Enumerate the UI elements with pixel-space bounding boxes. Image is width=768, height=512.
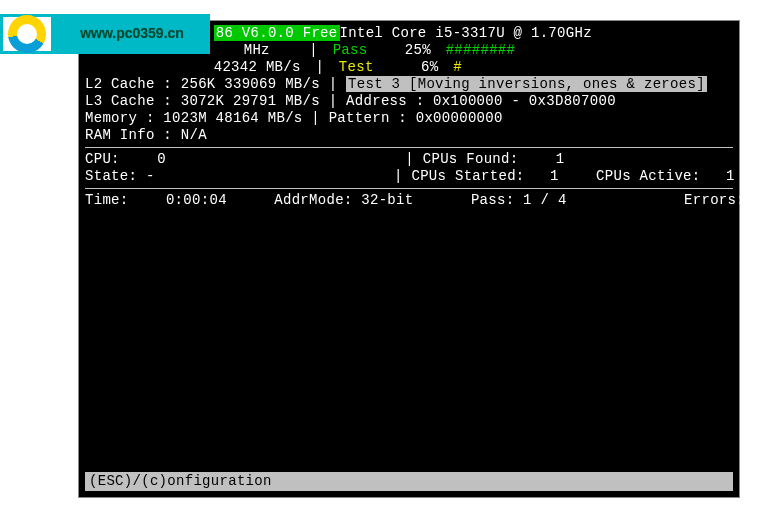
pass-n-val: 1 / 4 bbox=[523, 192, 567, 208]
footer-text: (ESC)/(c)onfiguration bbox=[89, 473, 272, 489]
cpu-label: CPU: bbox=[85, 151, 120, 167]
addrmode-label: AddrMode: bbox=[274, 192, 352, 208]
mhz-label: MHz bbox=[244, 42, 270, 58]
cpus-active-val: 1 bbox=[726, 168, 735, 184]
pass-pct: 25% bbox=[405, 42, 431, 58]
cpus-started-label: CPUs Started: bbox=[411, 168, 524, 184]
test-pct: 6% bbox=[421, 59, 438, 75]
current-test-line: Test 3 [Moving inversions, ones & zeroes… bbox=[346, 76, 707, 92]
ram-info-label: RAM Info bbox=[85, 127, 155, 143]
memtest-terminal: 86 V6.0.0 FreeIntel Core i5-3317U @ 1.70… bbox=[78, 20, 740, 498]
cpus-found-label: CPUs Found: bbox=[423, 151, 519, 167]
l2-cache-row: L2 Cache : 256K 339069 MB/s | Test 3 [Mo… bbox=[85, 76, 733, 93]
test-label: Test bbox=[339, 59, 374, 75]
status-row: Time: 0:00:04 AddrMode: 32-bit Pass: 1 /… bbox=[85, 192, 733, 209]
addrmode-val: 32-bit bbox=[361, 192, 413, 208]
errors-label: Errors: bbox=[684, 192, 745, 208]
time-val: 0:00:04 bbox=[166, 192, 227, 208]
l3-size: 3072K bbox=[181, 93, 225, 109]
pattern-value: 0x00000000 bbox=[416, 110, 503, 126]
state-label: State: bbox=[85, 168, 137, 184]
cpu-model: Intel Core i5-3317U @ 1.70GHz bbox=[340, 25, 592, 41]
header-row-3: 42342 MB/s | Test 6% # bbox=[85, 59, 733, 76]
memory-label: Memory bbox=[85, 110, 137, 126]
state-val: - bbox=[146, 168, 155, 184]
watermark-text: www.pc0359.cn bbox=[54, 14, 210, 54]
mem-rate: 42342 MB/s bbox=[214, 59, 301, 75]
cpu-row-1: CPU: 0 | CPUs Found: 1 bbox=[85, 151, 733, 168]
l2-label: L2 Cache bbox=[85, 76, 155, 92]
addr-value: 0x100000 - 0x3D807000 bbox=[433, 93, 616, 109]
version-label: 86 V6.0.0 Free bbox=[214, 25, 340, 41]
l3-label: L3 Cache bbox=[85, 93, 155, 109]
l3-rate: 29791 MB/s bbox=[233, 93, 320, 109]
cpu-num: 0 bbox=[157, 151, 166, 167]
ram-info-row: RAM Info : N/A bbox=[85, 127, 733, 144]
cpus-found-val: 1 bbox=[556, 151, 565, 167]
pass-bar: ######## bbox=[446, 42, 516, 58]
memory-size: 1023M bbox=[163, 110, 207, 126]
time-label: Time: bbox=[85, 192, 129, 208]
ram-info-value: N/A bbox=[181, 127, 207, 143]
cpus-started-val: 1 bbox=[550, 168, 559, 184]
l2-rate: 339069 MB/s bbox=[224, 76, 320, 92]
l2-size: 256K bbox=[181, 76, 216, 92]
pass-n-label: Pass: bbox=[471, 192, 515, 208]
cpus-active-label: CPUs Active: bbox=[596, 168, 700, 184]
pass-label: Pass bbox=[333, 42, 368, 58]
divider-2 bbox=[85, 188, 733, 189]
memory-row: Memory : 1023M 48164 MB/s | Pattern : 0x… bbox=[85, 110, 733, 127]
watermark-badge: www.pc0359.cn bbox=[0, 14, 210, 54]
l3-cache-row: L3 Cache : 3072K 29791 MB/s | Address : … bbox=[85, 93, 733, 110]
divider-1 bbox=[85, 147, 733, 148]
cpu-row-2: State: - | CPUs Started: 1 CPUs Active: … bbox=[85, 168, 733, 185]
pattern-label: Pattern bbox=[329, 110, 390, 126]
footer-bar[interactable]: (ESC)/(c)onfiguration bbox=[85, 472, 733, 492]
test-bar: # bbox=[453, 59, 462, 75]
watermark-logo-icon bbox=[0, 14, 54, 54]
addr-label: Address bbox=[346, 93, 407, 109]
memory-rate: 48164 MB/s bbox=[216, 110, 303, 126]
